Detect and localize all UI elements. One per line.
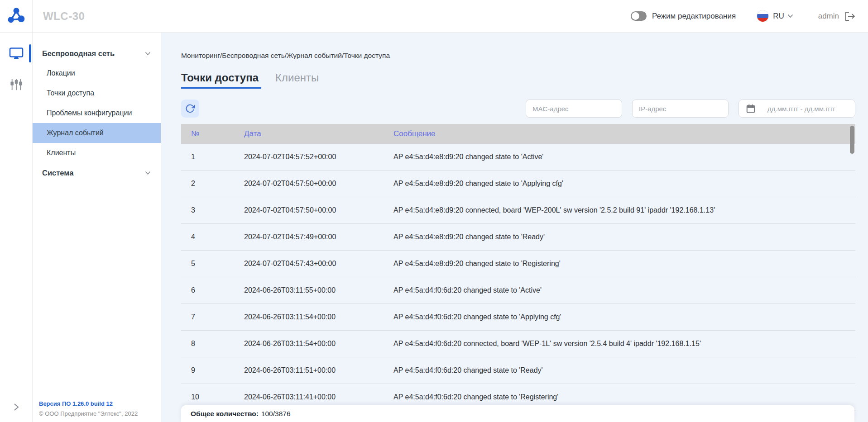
cell-date: 2024-07-02T04:57:50+00:00	[244, 180, 393, 188]
chevron-down-icon	[145, 52, 151, 56]
cell-message: AP e4:5a:d4:e8:d9:20 changed state to 'R…	[393, 260, 855, 268]
table-row: 7 2024-06-26T03:11:54+00:00 AP e4:5a:d4:…	[181, 304, 855, 331]
cell-date: 2024-07-02T04:57:50+00:00	[244, 206, 393, 214]
table-header: № Дата Сообщение	[181, 124, 855, 144]
active-section-indicator	[29, 44, 31, 62]
tab-clients[interactable]: Клиенты	[275, 71, 319, 89]
item-label: Точки доступа	[47, 89, 94, 97]
refresh-button[interactable]	[181, 100, 199, 118]
sidebar-footer: Версия ПО 1.26.0 build 12 © ООО Предприя…	[39, 400, 138, 417]
user-area: admin	[818, 11, 856, 22]
cell-date: 2024-06-26T03:11:51+00:00	[244, 366, 393, 375]
settings-nav-button[interactable]	[0, 78, 33, 91]
edit-mode-label: Режим редактирования	[652, 12, 736, 21]
cell-num: 8	[191, 340, 244, 348]
edit-mode-toggle[interactable]	[631, 11, 647, 21]
cell-date: 2024-07-02T04:57:43+00:00	[244, 260, 393, 268]
language-selector[interactable]: RU	[757, 10, 793, 22]
copyright-label: © ООО Предприятие "Элтекс", 2022	[39, 410, 138, 417]
cell-num: 3	[191, 206, 244, 214]
table-row: 1 2024-07-02T04:57:52+00:00 AP e4:5a:d4:…	[181, 144, 855, 171]
logout-button[interactable]	[844, 11, 856, 22]
column-header-date[interactable]: Дата	[244, 129, 393, 138]
cell-date: 2024-06-26T03:11:54+00:00	[244, 340, 393, 348]
item-label: Проблемы конфигурации	[47, 109, 132, 117]
column-header-message[interactable]: Сообщение	[393, 129, 855, 138]
chevron-down-icon	[145, 171, 151, 175]
event-log-table: № Дата Сообщение 1 2024-07-02T04:57:52+0…	[181, 124, 855, 422]
mac-filter-input[interactable]	[526, 100, 622, 118]
sidebar-item-config-problems[interactable]: Проблемы конфигурации	[33, 103, 161, 123]
sliders-icon	[10, 78, 23, 91]
cell-num: 9	[191, 366, 244, 375]
cell-message: AP e4:5a:d4:f0:6d:20 connected, board 'W…	[393, 340, 855, 348]
cell-num: 4	[191, 233, 244, 241]
sidebar-expand-button[interactable]	[0, 403, 33, 411]
language-code: RU	[773, 12, 784, 21]
table-row: 4 2024-07-02T04:57:49+00:00 AP e4:5a:d4:…	[181, 224, 855, 251]
table-row: 9 2024-06-26T03:11:51+00:00 AP e4:5a:d4:…	[181, 357, 855, 384]
cell-message: AP e4:5a:d4:f0:6d:20 changed state to 'R…	[393, 366, 855, 375]
main-content: Мониторинг/Беспроводная сеть/Журнал собы…	[162, 33, 868, 422]
cell-message: AP e4:5a:d4:f0:6d:20 changed state to 'A…	[393, 313, 855, 321]
cell-num: 2	[191, 180, 244, 188]
cell-message: AP e4:5a:d4:e8:d9:20 connected, board 'W…	[393, 206, 855, 214]
sidebar-item-event-log[interactable]: Журнал событий	[33, 123, 161, 143]
cell-num: 6	[191, 286, 244, 294]
totals-label: Общее количество:	[191, 410, 259, 418]
top-bar: WLC-30 Режим редактирования RU admin	[0, 0, 868, 33]
date-range-input[interactable]	[739, 100, 855, 118]
column-header-num[interactable]: №	[191, 129, 244, 138]
cell-date: 2024-07-02T04:57:49+00:00	[244, 233, 393, 241]
top-bar-right: Режим редактирования RU admin	[631, 10, 868, 22]
cell-num: 10	[191, 393, 244, 401]
toggle-knob	[632, 12, 639, 20]
table-row: 5 2024-07-02T04:57:43+00:00 AP e4:5a:d4:…	[181, 251, 855, 277]
cell-num: 7	[191, 313, 244, 321]
cell-message: AP e4:5a:d4:e8:d9:20 changed state to 'A…	[393, 153, 855, 161]
refresh-icon	[185, 104, 195, 114]
table-row: 6 2024-06-26T03:11:55+00:00 AP e4:5a:d4:…	[181, 277, 855, 304]
table-row: 3 2024-07-02T04:57:50+00:00 AP e4:5a:d4:…	[181, 197, 855, 224]
sidebar-item-clients[interactable]: Клиенты	[33, 143, 161, 163]
sidebar-section-wireless[interactable]: Беспроводная сеть	[33, 43, 161, 63]
sidebar-section-system[interactable]: Система	[33, 163, 161, 183]
item-label: Клиенты	[47, 149, 76, 157]
logout-icon	[844, 11, 856, 22]
breadcrumb: Мониторинг/Беспроводная сеть/Журнал собы…	[181, 52, 390, 60]
tab-bar: Точки доступа Клиенты	[181, 71, 319, 89]
chevron-right-icon	[14, 403, 19, 411]
totals-value: 100/3876	[261, 410, 291, 418]
section-label: Система	[42, 169, 73, 177]
sidebar-menu: Беспроводная сеть Локации Точки доступа …	[33, 33, 161, 422]
ip-filter-input[interactable]	[632, 100, 729, 118]
cell-message: AP e4:5a:d4:f0:6d:20 changed state to 'A…	[393, 286, 855, 294]
table-row: 8 2024-06-26T03:11:54+00:00 AP e4:5a:d4:…	[181, 331, 855, 357]
item-label: Локации	[47, 69, 75, 77]
cell-date: 2024-07-02T04:57:52+00:00	[244, 153, 393, 161]
scrollbar-thumb[interactable]	[850, 126, 854, 154]
software-version-label: Версия ПО 1.26.0 build 12	[39, 400, 138, 407]
chevron-down-icon	[787, 14, 793, 18]
date-range-filter	[739, 100, 855, 118]
controls-row	[162, 100, 868, 118]
eltex-logo-icon	[8, 8, 25, 25]
totals-bar: Общее количество: 100/3876	[181, 405, 854, 422]
monitor-icon	[9, 47, 24, 61]
app-logo[interactable]	[0, 0, 33, 33]
sidebar-item-access-points[interactable]: Точки доступа	[33, 83, 161, 103]
username-label: admin	[818, 12, 839, 21]
cell-date: 2024-06-26T03:11:54+00:00	[244, 313, 393, 321]
cell-message: AP e4:5a:d4:e8:d9:20 changed state to 'A…	[393, 180, 855, 188]
table-row: 2 2024-07-02T04:57:50+00:00 AP e4:5a:d4:…	[181, 171, 855, 197]
section-label: Беспроводная сеть	[42, 49, 115, 58]
monitoring-nav-button[interactable]	[0, 47, 33, 61]
cell-date: 2024-06-26T03:11:55+00:00	[244, 286, 393, 294]
russian-flag-icon	[757, 10, 769, 22]
cell-message: AP e4:5a:d4:e8:d9:20 changed state to 'R…	[393, 233, 855, 241]
tab-access-points[interactable]: Точки доступа	[181, 71, 261, 89]
sidebar-item-locations[interactable]: Локации	[33, 63, 161, 83]
item-label: Журнал событий	[47, 129, 104, 137]
nav-rail	[0, 33, 33, 422]
cell-date: 2024-06-26T03:11:41+00:00	[244, 393, 393, 401]
